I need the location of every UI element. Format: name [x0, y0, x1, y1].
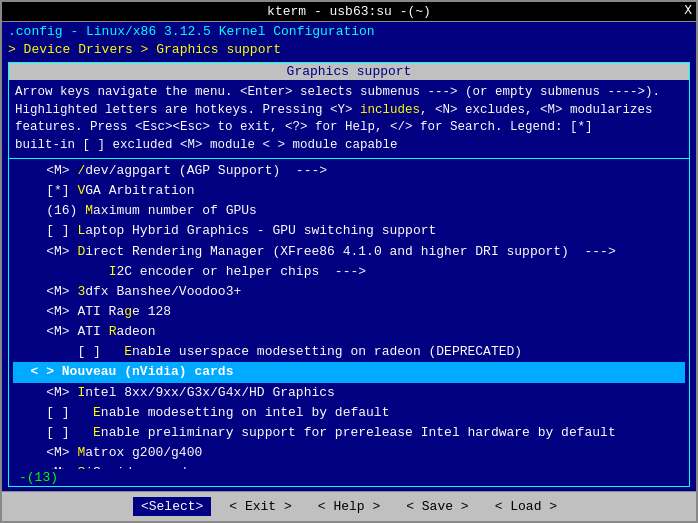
window-title: kterm - usb63:su -(~): [267, 4, 431, 19]
list-item[interactable]: <M> Intel 8xx/9xx/G3x/G4x/HD Graphics: [13, 383, 685, 403]
close-button[interactable]: X: [684, 3, 692, 18]
menubar-text: .config - Linux/x86 3.12.5 Kernel Config…: [8, 24, 375, 39]
list-item[interactable]: (16) Maximum number of GPUs: [13, 201, 685, 221]
help-line-1: Arrow keys navigate the menu. <Enter> se…: [15, 84, 683, 102]
list-item[interactable]: <M> 3dfx Banshee/Voodoo3+: [13, 282, 685, 302]
help-text: Arrow keys navigate the menu. <Enter> se…: [9, 80, 689, 159]
main-content: Graphics support Arrow keys navigate the…: [2, 58, 696, 521]
select-button[interactable]: <Select>: [133, 497, 211, 516]
list-item[interactable]: [ ] Enable preliminary support for prere…: [13, 423, 685, 443]
nouveau-item[interactable]: < > Nouveau (nVidia) cards: [13, 362, 685, 382]
titlebar: kterm - usb63:su -(~) X: [2, 2, 696, 22]
button-bar: <Select> < Exit > < Help > < Save > < Lo…: [2, 491, 696, 521]
load-button[interactable]: < Load >: [487, 497, 565, 516]
dialog: Graphics support Arrow keys navigate the…: [8, 62, 690, 487]
list-item[interactable]: <M> ATI Radeon: [13, 322, 685, 342]
list-item[interactable]: <M> ATI Rage 128: [13, 302, 685, 322]
list-item[interactable]: <M> /dev/agpgart (AGP Support) --->: [13, 161, 685, 181]
breadcrumb: > Device Drivers > Graphics support: [2, 41, 696, 58]
list-item[interactable]: <M> Direct Rendering Manager (XFree86 4.…: [13, 242, 685, 262]
breadcrumb-text: > Device Drivers > Graphics support: [8, 42, 281, 57]
list-item[interactable]: I2C encoder or helper chips --->: [13, 262, 685, 282]
bottom-line: -(13): [9, 469, 689, 486]
help-button[interactable]: < Help >: [310, 497, 388, 516]
dialog-title: Graphics support: [9, 63, 689, 80]
help-line-3: features. Press <Esc><Esc> to exit, <?> …: [15, 119, 683, 137]
includes-highlight: includes: [360, 103, 420, 117]
help-line-4: built-in [ ] excluded <M> module < > mod…: [15, 137, 683, 155]
menu-list: <M> /dev/agpgart (AGP Support) ---> [*] …: [9, 159, 689, 469]
menubar: .config - Linux/x86 3.12.5 Kernel Config…: [2, 22, 696, 41]
help-line-2: Highlighted letters are hotkeys. Pressin…: [15, 102, 683, 120]
list-item[interactable]: [ ] Enable modesetting on intel by defau…: [13, 403, 685, 423]
list-item[interactable]: [ ] Enable userspace modesetting on rade…: [13, 342, 685, 362]
exit-button[interactable]: < Exit >: [221, 497, 299, 516]
list-item[interactable]: [ ] Laptop Hybrid Graphics - GPU switchi…: [13, 221, 685, 241]
save-button[interactable]: < Save >: [398, 497, 476, 516]
list-item[interactable]: [*] VGA Arbitration: [13, 181, 685, 201]
window: kterm - usb63:su -(~) X .config - Linux/…: [0, 0, 698, 523]
list-item[interactable]: <M> Matrox g200/g400: [13, 443, 685, 463]
